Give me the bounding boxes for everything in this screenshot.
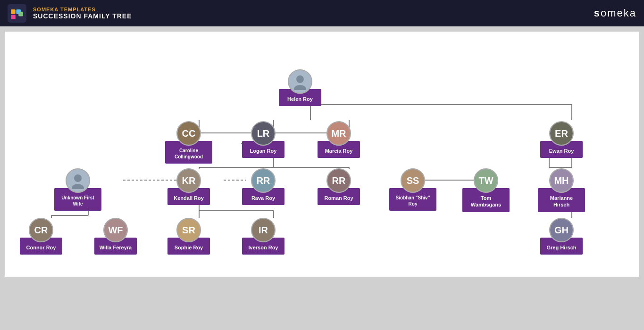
person-node-caroline: CCCaroline Collingwood xyxy=(165,121,212,164)
avatar-siobhan: SS xyxy=(401,168,425,193)
person-node-unknown_wife: Unknown First Wife xyxy=(54,168,101,211)
avatar-kendall: KR xyxy=(176,168,201,193)
person-node-tom: TWTom Wambsgans xyxy=(462,168,510,212)
svg-rect-3 xyxy=(18,12,23,16)
svg-point-31 xyxy=(296,75,304,83)
avatar-rava: RR xyxy=(251,168,276,193)
person-node-willa: WFWilla Fereyra xyxy=(92,218,139,255)
page-title: SUCCESSION FAMILY TREE xyxy=(33,12,132,20)
header-text: SOMEKA TEMPLATES SUCCESSION FAMILY TREE xyxy=(33,7,132,20)
person-node-connor: CRConnor Roy xyxy=(17,218,65,255)
avatar-photo-tom: TW xyxy=(475,168,497,193)
svg-point-33 xyxy=(74,174,82,182)
avatar-marcia: MR xyxy=(326,121,351,146)
avatar-photo-sophie: SR xyxy=(177,218,200,242)
avatar-sophie: SR xyxy=(176,218,201,242)
avatar-photo-greg: GH xyxy=(550,218,573,242)
avatar-photo-willa: WF xyxy=(104,218,127,242)
avatar-iverson: IR xyxy=(251,218,276,242)
avatar-photo-rava: RR xyxy=(252,168,275,193)
person-node-marianne: MHMarianne Hirsch xyxy=(538,168,585,212)
avatar-tom: TW xyxy=(474,168,498,193)
main-content: Helen RoyCCCaroline CollingwoodLRLogan R… xyxy=(5,31,639,277)
avatar-photo-ewan: ER xyxy=(550,121,573,146)
avatar-logan: LR xyxy=(251,121,276,146)
person-node-kendall: KRKendall Roy xyxy=(165,168,212,205)
svg-rect-1 xyxy=(11,15,16,19)
avatar-caroline: CC xyxy=(176,121,201,146)
avatar-photo-caroline: CC xyxy=(177,121,200,146)
someka-brand: someka xyxy=(594,7,636,19)
person-node-ewan: EREwan Roy xyxy=(538,121,585,158)
avatar-roman: RR xyxy=(326,168,351,193)
person-node-helen: Helen Roy xyxy=(276,69,324,106)
avatar-helen xyxy=(288,69,312,94)
person-node-roman: RRRoman Roy xyxy=(315,168,362,205)
person-node-siobhan: SSSiobhan "Shiv" Roy xyxy=(389,168,436,211)
person-node-logan: LRLogan Roy xyxy=(240,121,287,158)
avatar-photo-logan: LR xyxy=(252,121,275,146)
svg-rect-0 xyxy=(11,9,16,14)
avatar-photo-iverson: IR xyxy=(252,218,275,242)
svg-point-34 xyxy=(72,184,84,189)
avatar-ewan: ER xyxy=(549,121,574,146)
person-node-iverson: IRIverson Roy xyxy=(240,218,287,255)
person-node-rava: RRRava Roy xyxy=(240,168,287,205)
avatar-photo-siobhan: SS xyxy=(401,168,424,193)
avatar-connor: CR xyxy=(29,218,53,242)
avatar-photo-marianne: MH xyxy=(550,168,573,193)
person-node-sophie: SRSophie Roy xyxy=(165,218,212,255)
person-node-greg: GHGreg Hirsch xyxy=(538,218,585,255)
header: SOMEKA TEMPLATES SUCCESSION FAMILY TREE … xyxy=(0,0,644,26)
svg-point-32 xyxy=(294,85,306,90)
avatar-photo-marcia: MR xyxy=(327,121,350,146)
person-node-marcia: MRMarcia Roy xyxy=(315,121,362,158)
bottom-area xyxy=(0,282,644,330)
logo-icon xyxy=(8,4,26,23)
avatar-photo-kendall: KR xyxy=(177,168,200,193)
avatar-greg: GH xyxy=(549,218,574,242)
avatar-photo-roman: RR xyxy=(327,168,350,193)
avatar-unknown_wife xyxy=(66,168,90,193)
header-brand-label: SOMEKA TEMPLATES xyxy=(33,7,132,12)
avatar-marianne: MH xyxy=(549,168,574,193)
avatar-photo-connor: CR xyxy=(30,218,52,242)
family-tree: Helen RoyCCCaroline CollingwoodLRLogan R… xyxy=(10,41,634,267)
avatar-willa: WF xyxy=(103,218,128,242)
